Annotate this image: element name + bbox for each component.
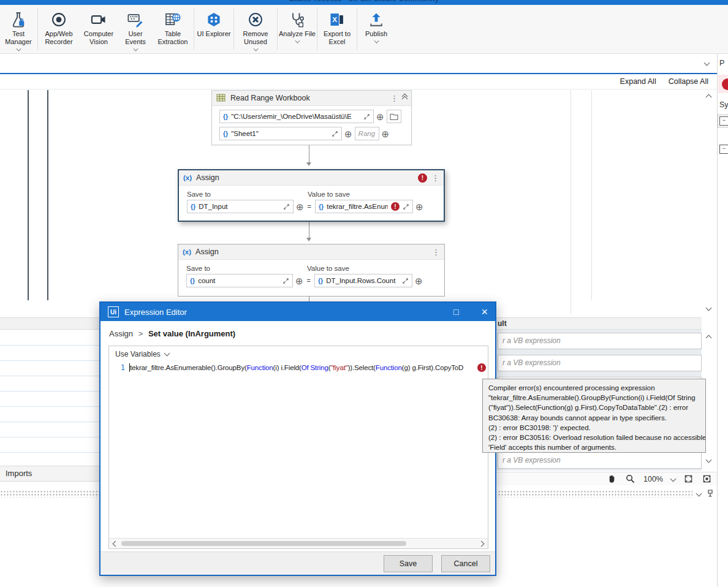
sheet-row: {} "Sheet1" ⊕ Rang ⊕: [212, 123, 411, 140]
maximize-button[interactable]: □: [453, 307, 458, 317]
activity-header[interactable]: (x) Assign ! ⋮: [179, 170, 444, 186]
error-row-fragment: [718, 75, 728, 93]
collapse-activity-icon[interactable]: [403, 96, 407, 101]
panel-tab-fragment[interactable]: P: [719, 59, 724, 67]
value-to-save-input[interactable]: {} tekrar_filtre.AsEnun !: [315, 200, 413, 213]
activity-read-range-workbook[interactable]: Read Range Workbook ⋮ {} "C:\Users\emir_…: [211, 90, 412, 145]
panel-collapse-chevron-icon[interactable]: [696, 491, 702, 497]
ribbon-publish[interactable]: Publish: [358, 5, 395, 53]
kebab-menu-icon[interactable]: ⋮: [432, 248, 440, 257]
scroll-up-button[interactable]: [703, 92, 713, 102]
expand-all-link[interactable]: Expand All: [620, 77, 656, 86]
activity-assign-2[interactable]: (x) Assign ⋮ Save to Value to save {} co…: [178, 244, 445, 297]
window-title: BlankProcess3 - UiPath Studio Community: [0, 0, 728, 3]
open-expression-editor-icon[interactable]: [332, 131, 338, 137]
ribbon-export-to-excel[interactable]: X Export to Excel: [318, 5, 356, 53]
ribbon-label: App/Web Recorder: [39, 30, 79, 46]
ribbon-label: Publish: [365, 30, 387, 38]
expression-editor-box[interactable]: Use Variables 1 tekrar_filtre.AsEnumerab…: [108, 346, 488, 549]
container-edge-line: [591, 90, 592, 300]
scroll-right-icon[interactable]: [479, 541, 485, 547]
zoom-reset-icon[interactable]: [702, 474, 712, 484]
activity-header[interactable]: (x) Assign ⋮: [178, 244, 444, 260]
scroll-down-button[interactable]: [703, 303, 713, 312]
recorder-icon: [50, 9, 67, 30]
ribbon-user-events[interactable]: User Events: [118, 5, 153, 53]
open-expression-editor-icon[interactable]: [402, 278, 409, 284]
collapse-panel-chevron-icon[interactable]: [704, 60, 710, 66]
activity-title: Assign: [196, 173, 414, 182]
ribbon-test-manager[interactable]: Test Manager: [0, 5, 37, 53]
open-expression-editor-icon[interactable]: [403, 203, 409, 210]
worksheet-icon: [216, 93, 226, 103]
sheet-name-input[interactable]: {} "Sheet1": [219, 127, 342, 140]
braces-icon: {}: [223, 130, 228, 137]
tree-collapse-box[interactable]: −: [719, 116, 728, 126]
default-column-header: ult: [496, 317, 702, 330]
scroll-left-icon[interactable]: [113, 541, 119, 547]
fit-to-screen-icon[interactable]: [683, 474, 694, 484]
plus-options-icon[interactable]: ⊕: [382, 129, 390, 138]
use-variables-dropdown[interactable]: Use Variables: [109, 346, 488, 362]
vb-expression-input[interactable]: r a VB expression: [498, 333, 702, 349]
scrollbar-thumb[interactable]: [121, 541, 406, 546]
chevron-down-icon: [295, 39, 300, 44]
ribbon-label: Test Manager: [0, 30, 37, 46]
imports-panel-header[interactable]: Imports: [0, 466, 100, 482]
ribbon-separator: [277, 9, 278, 50]
use-variables-label: Use Variables: [115, 350, 161, 358]
zoom-level[interactable]: 100%: [643, 475, 663, 483]
pin-icon[interactable]: [706, 489, 715, 498]
open-expression-editor-icon[interactable]: [363, 113, 370, 120]
cancel-button[interactable]: Cancel: [441, 555, 490, 572]
panel-text-fragment: Sy: [719, 100, 728, 109]
code-line[interactable]: 1 tekrar_filtre.AsEnumerable().GroupBy(F…: [109, 362, 488, 372]
range-input[interactable]: Rang: [355, 127, 379, 140]
open-expression-editor-icon[interactable]: [283, 203, 290, 210]
flask-icon: [10, 9, 27, 30]
workbook-path-input[interactable]: {} "C:\Users\emir_\OneDrive\Masaüstü\E: [219, 110, 374, 123]
ribbon-analyze-file[interactable]: Analyze File: [278, 5, 316, 53]
vb-expression-input[interactable]: r a VB expression: [498, 355, 702, 371]
value-to-save-input[interactable]: {} DT_Input.Rows.Count: [314, 274, 412, 287]
zoom-magnifier-icon[interactable]: [625, 474, 635, 484]
vb-expression-input[interactable]: r a VB expression: [498, 452, 702, 469]
close-button[interactable]: ×: [481, 306, 488, 319]
collapse-all-link[interactable]: Collapse All: [669, 77, 708, 86]
dialog-title-bar[interactable]: Ui Expression Editor □ ×: [100, 303, 495, 321]
save-button[interactable]: Save: [384, 555, 433, 572]
plus-options-icon[interactable]: ⊕: [415, 202, 423, 211]
plus-options-icon[interactable]: ⊕: [296, 202, 304, 211]
variables-grid-rows[interactable]: [0, 330, 100, 464]
ribbon-ui-explorer[interactable]: UI Explorer: [195, 5, 233, 53]
ribbon-table-extraction[interactable]: Table Extraction: [153, 5, 193, 53]
breadcrumb-parent[interactable]: Assign: [109, 329, 133, 338]
stethoscope-icon: [289, 9, 306, 30]
kebab-menu-icon[interactable]: ⋮: [390, 94, 398, 103]
scroll-down-button[interactable]: [703, 455, 713, 464]
activity-assign-1[interactable]: (x) Assign ! ⋮ Save to Value to save {} …: [178, 169, 445, 222]
error-badge: !: [477, 363, 486, 372]
horizontal-scrollbar[interactable]: [109, 538, 488, 548]
braces-icon: {}: [319, 203, 324, 210]
document-tab-strip: [0, 54, 717, 73]
open-expression-editor-icon[interactable]: [282, 278, 289, 284]
ribbon-computer-vision[interactable]: Computer Vision: [79, 5, 118, 53]
browse-file-button[interactable]: [387, 110, 401, 123]
tree-collapse-box[interactable]: −: [719, 145, 728, 154]
plus-options-icon[interactable]: ⊕: [415, 276, 423, 286]
ribbon-remove-unused[interactable]: Remove Unused: [235, 5, 276, 53]
plus-options-icon[interactable]: ⊕: [344, 129, 352, 138]
assign-icon: (x): [183, 248, 191, 256]
activity-header[interactable]: Read Range Workbook ⋮: [212, 91, 411, 106]
zoom-dropdown-chevron-icon[interactable]: [670, 476, 677, 482]
dialog-footer: Save Cancel: [100, 551, 495, 575]
kebab-menu-icon[interactable]: ⋮: [431, 173, 439, 183]
scroll-up-button[interactable]: [703, 333, 713, 343]
save-to-input[interactable]: {} DT_Input: [187, 200, 294, 213]
plus-options-icon[interactable]: ⊕: [376, 112, 384, 121]
pan-hand-icon[interactable]: [607, 474, 617, 484]
ribbon-app-web-recorder[interactable]: App/Web Recorder: [39, 5, 79, 53]
plus-options-icon[interactable]: ⊕: [295, 276, 303, 286]
save-to-input[interactable]: {} count: [186, 274, 293, 287]
